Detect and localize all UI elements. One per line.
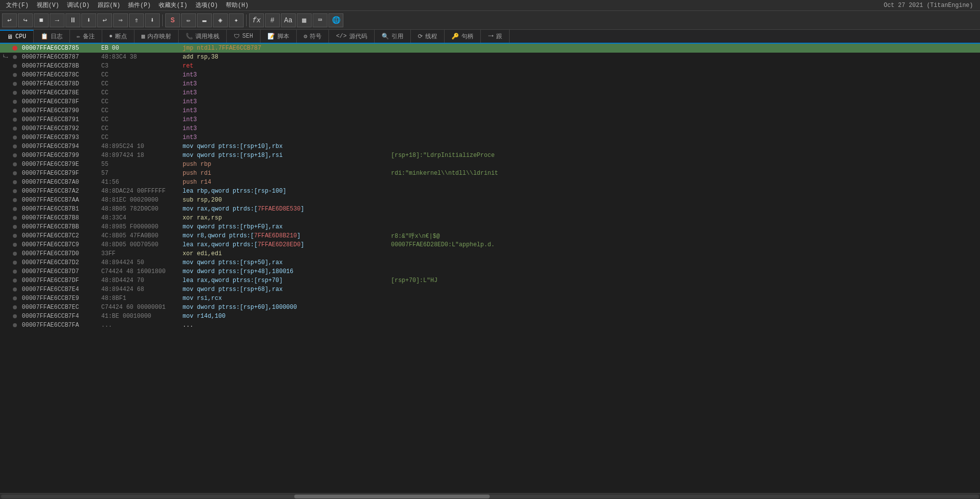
table-row[interactable]: 00007FFAE6CCB79448:895C24 10mov qword pt… [0, 142, 980, 151]
breakpoint-dot[interactable] [10, 207, 20, 211]
breakpoint-dot[interactable] [10, 287, 20, 291]
breakpoint-dot[interactable] [10, 153, 20, 157]
table-row[interactable]: 00007FFAE6CCB7ECC74424 60 00000001mov dw… [0, 303, 980, 312]
toolbar-redo[interactable]: ↪ [18, 13, 33, 27]
toolbar-step-back[interactable]: ↩ [97, 13, 112, 27]
table-row[interactable]: 00007FFAE6CCB78DCCint3 [0, 79, 980, 88]
table-row[interactable]: 00007FFAE6CCB79E55push rbp [0, 160, 980, 169]
table-row[interactable]: 00007FFAE6CCB785EB 00jmp ntdll.7FFAE6CCB… [0, 44, 980, 53]
table-row[interactable]: └→00007FFAE6CCB78748:83C4 38add rsp,38 [0, 53, 980, 62]
tab-symbols[interactable]: ⚙ 符号 [297, 30, 329, 43]
toolbar-highlight[interactable]: ✏ [181, 13, 196, 27]
table-row[interactable]: 00007FFAE6CCB79F57push rdirdi:"minkernel… [0, 169, 980, 178]
breakpoint-dot[interactable] [10, 279, 20, 283]
menu-options[interactable]: 选项(O) [192, 0, 222, 10]
table-row[interactable]: 00007FFAE6CCB79948:897424 18mov qword pt… [0, 151, 980, 160]
breakpoint-dot[interactable] [10, 64, 20, 68]
tab-script[interactable]: 📝 脚本 [261, 30, 297, 43]
tab-handles[interactable]: 🔑 句柄 [445, 30, 481, 43]
toolbar-step-over[interactable]: ⬇ [81, 13, 96, 27]
menu-debug[interactable]: 调试(D) [63, 0, 94, 10]
toolbar-expression[interactable]: fx [249, 13, 264, 27]
table-row[interactable]: 00007FFAE6CCB7B148:8B05 782D0C00mov rax,… [0, 205, 980, 214]
table-row[interactable]: 00007FFAE6CCB790CCint3 [0, 106, 980, 115]
menu-trace[interactable]: 跟踪(N) [94, 0, 125, 10]
toolbar-step-out[interactable]: ⇒ [113, 13, 128, 27]
breakpoint-dot[interactable] [10, 136, 20, 140]
table-row[interactable]: 00007FFAE6CCB7C24C:8B05 47FA0B00mov r8,q… [0, 231, 980, 240]
menu-favorites[interactable]: 收藏夹(I) [155, 0, 192, 10]
table-row[interactable]: 00007FFAE6CCB7A248:8DAC24 00FFFFFFlea rb… [0, 187, 980, 196]
breakpoint-dot[interactable] [10, 323, 20, 327]
breakpoint-dot[interactable] [10, 270, 20, 274]
tab-breakpoints[interactable]: ● 断点 [102, 30, 134, 43]
breakpoint-dot[interactable] [10, 243, 20, 247]
toolbar-font[interactable]: Aa [281, 13, 296, 27]
toolbar-settings[interactable]: ▦ [297, 13, 312, 27]
breakpoint-dot[interactable] [10, 109, 20, 113]
breakpoint-dot[interactable] [10, 82, 20, 86]
table-row[interactable]: 00007FFAE6CCB793CCint3 [0, 133, 980, 142]
tab-callstack[interactable]: 📞 调用堆栈 [179, 30, 227, 43]
table-row[interactable]: 00007FFAE6CCB78ECCint3 [0, 88, 980, 97]
menu-help[interactable]: 帮助(H) [222, 0, 253, 10]
table-row[interactable]: 00007FFAE6CCB7D248:894424 50mov qword pt… [0, 258, 980, 267]
toolbar-globe[interactable]: 🌐 [328, 13, 343, 27]
table-row[interactable]: 00007FFAE6CCB7AA48:81EC 00020000sub rsp,… [0, 196, 980, 205]
breakpoint-dot[interactable] [10, 144, 20, 148]
table-row[interactable]: 00007FFAE6CCB7F441:BE 00010000mov r14d,1… [0, 312, 980, 321]
table-row[interactable]: 00007FFAE6CCB7BB48:8985 F0000000mov qwor… [0, 222, 980, 231]
menu-view[interactable]: 视图(V) [33, 0, 64, 10]
table-row[interactable]: 00007FFAE6CCB791CCint3 [0, 115, 980, 124]
table-row[interactable]: 00007FFAE6CCB7B848:33C4xor rax,rsp [0, 214, 980, 222]
breakpoint-dot[interactable] [10, 189, 20, 193]
tab-threads[interactable]: ⟳ 线程 [411, 30, 445, 43]
table-row[interactable]: 00007FFAE6CCB7C948:8D05 00D70500lea rax,… [0, 240, 980, 249]
toolbar-stop[interactable]: ■ [34, 13, 49, 27]
toolbar-animate[interactable]: ⬇ [145, 13, 160, 27]
table-row[interactable]: 00007FFAE6CCB7D7C74424 48 16001800mov dw… [0, 267, 980, 276]
toolbar-bp-btn[interactable]: ▬ [197, 13, 212, 27]
breakpoint-dot[interactable] [10, 198, 20, 202]
breakpoint-dot[interactable] [10, 234, 20, 238]
tab-trace[interactable]: ⭢ 跟 [481, 30, 510, 43]
toolbar-memory-bp[interactable]: ✦ [229, 13, 244, 27]
breakpoint-dot[interactable] [10, 73, 20, 77]
scrollbar-thumb[interactable] [294, 495, 490, 499]
breakpoint-dot[interactable] [10, 225, 20, 229]
breakpoint-dot[interactable] [10, 261, 20, 265]
menu-file[interactable]: 文件(F) [2, 0, 33, 10]
tab-seh[interactable]: 🛡 SEH [227, 30, 261, 43]
table-row[interactable]: 00007FFAE6CCB7DF48:8D4424 70lea rax,qwor… [0, 276, 980, 285]
tab-source[interactable]: </> 源代码 [329, 30, 375, 43]
toolbar-hash[interactable]: # [265, 13, 280, 27]
breakpoint-dot[interactable] [10, 216, 20, 220]
breakpoint-dot[interactable] [10, 100, 20, 104]
breakpoint-dot[interactable] [10, 118, 20, 122]
tab-refs[interactable]: 🔍 引用 [375, 30, 411, 43]
tab-notes[interactable]: ✏ 备注 [70, 30, 102, 43]
table-row[interactable]: 00007FFAE6CCB7A041:56push r14 [0, 178, 980, 187]
tab-log[interactable]: 📋 日志 [34, 30, 70, 43]
breakpoint-dot[interactable] [10, 91, 20, 95]
disasm-container[interactable]: 00007FFAE6CCB785EB 00jmp ntdll.7FFAE6CCB… [0, 44, 980, 493]
toolbar-run-to[interactable]: ⇑ [129, 13, 144, 27]
breakpoint-dot[interactable] [10, 127, 20, 131]
table-row[interactable]: 00007FFAE6CCB792CCint3 [0, 124, 980, 133]
toolbar-pause[interactable]: ⏸ [65, 13, 80, 27]
table-row[interactable]: 00007FFAE6CCB7D033FFxor edi,edi [0, 249, 980, 258]
breakpoint-dot[interactable] [10, 314, 20, 318]
table-row[interactable]: 00007FFAE6CCB7E948:8BF1mov rsi,rcx [0, 294, 980, 303]
table-row[interactable]: 00007FFAE6CCB7FA...... [0, 321, 980, 330]
breakpoint-dot[interactable] [10, 252, 20, 256]
tab-cpu[interactable]: 🖥 CPU [0, 30, 34, 43]
breakpoint-dot[interactable] [10, 296, 20, 300]
table-row[interactable]: 00007FFAE6CCB78FCCint3 [0, 97, 980, 106]
table-row[interactable]: 00007FFAE6CCB7E448:894424 68mov qword pt… [0, 285, 980, 294]
breakpoint-dot[interactable] [10, 180, 20, 184]
toolbar-s-btn[interactable]: S [165, 13, 180, 27]
breakpoint-dot[interactable] [10, 305, 20, 309]
table-row[interactable]: 00007FFAE6CCB78BC3ret [0, 62, 980, 71]
scrollbar-track[interactable] [1, 495, 979, 499]
breakpoint-dot[interactable] [10, 171, 20, 175]
